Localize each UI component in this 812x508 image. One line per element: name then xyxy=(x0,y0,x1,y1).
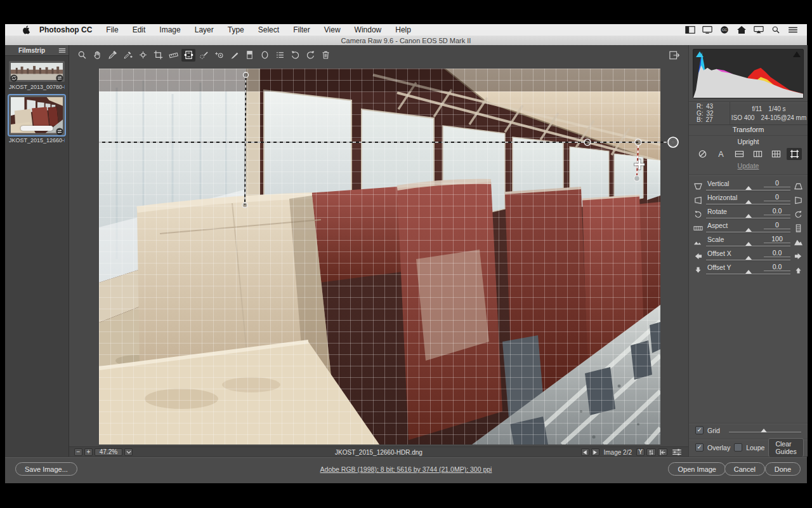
menu-help[interactable]: Help xyxy=(388,25,418,34)
menu-layer[interactable]: Layer xyxy=(188,25,221,34)
swap-vertical-icon xyxy=(648,449,655,456)
slider-vertical-thumb[interactable] xyxy=(745,186,752,190)
menu-file[interactable]: File xyxy=(99,25,125,34)
zoom-level-value[interactable]: 47.2% xyxy=(95,448,122,456)
grid-size-slider[interactable] xyxy=(729,427,801,434)
menu-filter[interactable]: Filter xyxy=(286,25,317,34)
slider-offset-y-value[interactable]: 0.0 xyxy=(764,263,790,271)
upright-off-button[interactable] xyxy=(695,148,710,160)
rotate-cw-button[interactable] xyxy=(303,49,317,62)
spotlight-icon[interactable] xyxy=(771,25,781,34)
slider-rotate-track[interactable] xyxy=(706,218,790,218)
apple-menu-icon[interactable] xyxy=(22,25,30,34)
rotate-ccw-icon xyxy=(693,210,704,219)
clear-guides-button[interactable]: Clear Guides xyxy=(768,438,803,457)
slider-offset-x-track[interactable] xyxy=(706,260,790,260)
menu-view[interactable]: View xyxy=(317,25,348,34)
rotate-ccw-button[interactable] xyxy=(288,49,302,62)
filmstrip-menu-icon[interactable] xyxy=(58,48,66,53)
hand-tool[interactable] xyxy=(90,49,104,62)
upright-level-button[interactable] xyxy=(731,148,747,160)
spot-removal-tool[interactable] xyxy=(197,49,211,62)
cancel-button[interactable]: Cancel xyxy=(724,462,765,476)
display-icon[interactable] xyxy=(702,25,712,34)
keystone-v2-icon xyxy=(793,182,804,191)
upright-vertical-button[interactable] xyxy=(750,148,765,160)
creative-cloud-icon[interactable]: CC xyxy=(719,25,730,34)
filmstrip-title: Filmstrip xyxy=(5,47,58,54)
slider-horizontal-value[interactable]: 0 xyxy=(764,193,790,201)
previous-image-button[interactable] xyxy=(581,448,589,456)
slider-offset-y-thumb[interactable] xyxy=(745,270,752,274)
menu-type[interactable]: Type xyxy=(221,25,251,34)
slider-scale-track[interactable] xyxy=(706,246,790,246)
copy-settings-button[interactable] xyxy=(658,448,667,456)
menu-window[interactable]: Window xyxy=(348,25,389,34)
white-balance-tool[interactable] xyxy=(105,49,119,62)
slider-aspect-value[interactable]: 0 xyxy=(764,221,790,229)
shadow-clipping-indicator[interactable] xyxy=(696,51,704,57)
upright-update-link[interactable]: Update xyxy=(689,162,808,170)
upright-auto-button[interactable]: A xyxy=(713,148,728,160)
zoom-level-dropdown[interactable] xyxy=(124,448,133,456)
slider-vertical-value[interactable]: 0 xyxy=(764,179,790,187)
menu-edit[interactable]: Edit xyxy=(126,25,153,34)
filmstrip-thumbnail-2[interactable]: JKOST_2015_12660-H... xyxy=(9,95,65,144)
slider-scale-value[interactable]: 100 xyxy=(764,235,790,243)
home-icon[interactable] xyxy=(737,25,747,34)
menu-image[interactable]: Image xyxy=(152,25,187,34)
done-button[interactable]: Done xyxy=(765,462,801,476)
slider-rotate-value[interactable]: 0.0 xyxy=(764,207,790,215)
highlight-clipping-indicator[interactable] xyxy=(793,51,801,57)
delete-button[interactable] xyxy=(318,49,332,62)
transform-panel-title: Transform xyxy=(689,124,808,136)
slider-horizontal-thumb[interactable] xyxy=(745,200,752,204)
slider-horizontal-track[interactable] xyxy=(706,204,790,204)
menu-photoshop-cc[interactable]: Photoshop CC xyxy=(39,25,99,34)
save-image-button[interactable]: Save Image... xyxy=(15,462,77,476)
slider-rotate: Rotate0.0 xyxy=(689,207,808,221)
notification-list-icon[interactable] xyxy=(788,25,798,34)
loupe-checkbox[interactable] xyxy=(734,443,742,451)
open-image-button[interactable]: Open Image xyxy=(668,462,726,476)
workflow-options-link[interactable]: Adobe RGB (1998); 8 bit; 5616 by 3744 (2… xyxy=(320,465,492,473)
zoom-in-button[interactable]: + xyxy=(84,448,93,456)
preferences-button[interactable] xyxy=(273,49,287,62)
fullscreen-toggle-icon[interactable] xyxy=(668,50,681,60)
color-sampler-tool[interactable] xyxy=(121,49,134,62)
upright-guided-button[interactable] xyxy=(787,148,802,160)
slider-offset-y-track[interactable] xyxy=(706,274,790,274)
slider-aspect-thumb[interactable] xyxy=(745,228,752,232)
slider-aspect: Aspect0 xyxy=(689,221,808,235)
crop-tool[interactable] xyxy=(151,49,165,62)
photo-preview[interactable] xyxy=(99,69,660,444)
radial-filter-tool[interactable] xyxy=(258,49,272,62)
slider-offset-x-thumb[interactable] xyxy=(745,256,752,260)
upright-full-button[interactable] xyxy=(768,148,783,160)
red-eye-tool[interactable] xyxy=(212,49,226,62)
slider-scale-thumb[interactable] xyxy=(745,242,752,246)
zoom-out-button[interactable]: − xyxy=(74,448,82,456)
toggle-settings-icon[interactable] xyxy=(672,448,682,456)
filmstrip-thumbnail-1[interactable]: JKOST_2013_00780-P... xyxy=(9,61,65,90)
zoom-tool[interactable] xyxy=(75,49,89,62)
transform-tool[interactable] xyxy=(181,49,195,62)
airplay-icon[interactable] xyxy=(754,25,764,34)
slider-aspect-track[interactable] xyxy=(706,232,790,232)
slider-offset-x-value[interactable]: 0.0 xyxy=(764,249,790,257)
graduated-filter-tool[interactable] xyxy=(242,49,256,62)
window-tile-icon[interactable] xyxy=(685,25,695,34)
slider-vertical-track[interactable] xyxy=(706,190,790,190)
straighten-tool[interactable] xyxy=(166,49,180,62)
adjustment-brush-tool[interactable] xyxy=(227,49,241,62)
overlay-checkbox[interactable] xyxy=(695,443,704,451)
swap-before-after-button[interactable] xyxy=(646,448,656,456)
arrow-up-icon xyxy=(793,265,804,275)
slider-rotate-thumb[interactable] xyxy=(745,214,752,218)
next-image-button[interactable] xyxy=(591,448,599,456)
menu-status-icons: CC xyxy=(685,25,798,34)
menu-select[interactable]: Select xyxy=(251,25,286,34)
before-after-toggle-button[interactable]: Y xyxy=(636,448,645,456)
targeted-adjustment-tool[interactable] xyxy=(136,49,150,62)
grid-checkbox[interactable] xyxy=(695,426,704,434)
